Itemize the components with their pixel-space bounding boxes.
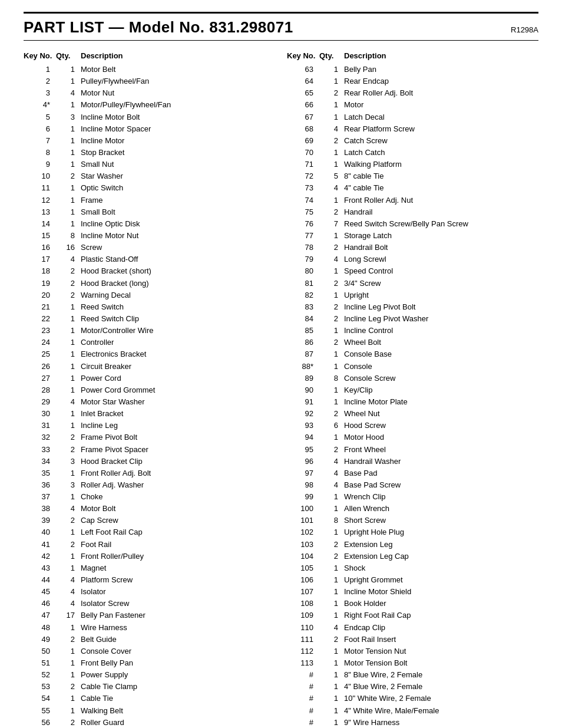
cell-qty: 4 xyxy=(56,574,81,586)
cell-desc: Wire Harness xyxy=(81,622,275,634)
cell-keyno: 66 xyxy=(287,99,319,111)
table-row: 79 4 Long Screwl xyxy=(287,253,538,265)
cell-desc: Walking Platform xyxy=(344,159,538,170)
cell-keyno: # xyxy=(287,669,319,681)
cell-keyno: 49 xyxy=(24,634,56,645)
parts-body: 1 1 Motor Belt 2 1 Pulley/Flywheel/Fan 3… xyxy=(24,64,538,728)
table-row: 26 1 Circuit Breaker xyxy=(24,361,275,373)
cell-qty: 1 xyxy=(319,669,344,681)
page-header: PART LIST — Model No. 831.298071 R1298A xyxy=(24,12,538,41)
cell-keyno: 16 xyxy=(24,242,56,253)
table-row: 95 2 Front Wheel xyxy=(287,444,538,456)
table-row: 37 1 Choke xyxy=(24,491,275,503)
cell-qty: 1 xyxy=(56,562,81,574)
cell-qty: 8 xyxy=(56,230,81,242)
table-row: 46 4 Isolator Screw xyxy=(24,598,275,610)
cell-qty: 2 xyxy=(319,313,344,325)
table-row: 52 1 Power Supply xyxy=(24,669,275,681)
table-row: 19 2 Hood Bracket (long) xyxy=(24,278,275,289)
cell-qty: 1 xyxy=(319,348,344,360)
table-row: 87 1 Console Base xyxy=(287,348,538,360)
cell-desc: Incline Leg xyxy=(81,420,275,431)
cell-keyno: 23 xyxy=(24,325,56,337)
cell-qty: 1 xyxy=(56,348,81,360)
cell-keyno: 98 xyxy=(287,479,319,491)
cell-qty: 1 xyxy=(56,195,81,206)
table-row: 106 1 Upright Grommet xyxy=(287,574,538,586)
cell-desc: Console xyxy=(344,361,538,373)
cell-keyno: 69 xyxy=(287,135,319,147)
table-row: 33 2 Frame Pivot Spacer xyxy=(24,444,275,456)
cell-keyno: 18 xyxy=(24,265,56,277)
cell-qty: 4 xyxy=(319,456,344,467)
cell-desc: 8" Blue Wire, 2 Female xyxy=(344,669,538,681)
cell-qty: 1 xyxy=(56,705,81,717)
model-ref: R1298A xyxy=(511,25,538,34)
cell-desc: Console Cover xyxy=(81,645,275,657)
cell-qty: 1 xyxy=(319,705,344,717)
table-row: 21 1 Reed Switch xyxy=(24,301,275,313)
cell-desc: Reed Switch xyxy=(81,301,275,313)
cell-qty: 1 xyxy=(319,265,344,277)
cell-desc: Long Screwl xyxy=(344,253,538,265)
cell-qty: 2 xyxy=(56,265,81,277)
cell-qty: 1 xyxy=(319,384,344,396)
cell-desc: Handrail Washer xyxy=(344,456,538,467)
cell-keyno: 22 xyxy=(24,313,56,325)
cell-qty: 1 xyxy=(56,182,81,194)
cell-qty: 1 xyxy=(56,325,81,337)
cell-qty: 1 xyxy=(56,147,81,159)
table-row: 45 4 Isolator xyxy=(24,586,275,598)
table-row: # 1 4" Blue Wire, 2 Female xyxy=(287,681,538,693)
cell-keyno: 80 xyxy=(287,265,319,277)
cell-qty: 1 xyxy=(56,99,81,111)
cell-desc: 4" White Wire, Male/Female xyxy=(344,705,538,717)
table-row: 88* 1 Console xyxy=(287,361,538,373)
cell-qty: 1 xyxy=(56,218,81,230)
cell-keyno: 76 xyxy=(287,218,319,230)
cell-desc: Incline Motor Nut xyxy=(81,230,275,242)
table-row: 13 1 Small Bolt xyxy=(24,206,275,218)
cell-qty: 2 xyxy=(56,278,81,289)
cell-keyno: # xyxy=(287,705,319,717)
cell-qty: 1 xyxy=(56,361,81,373)
table-row: 9 1 Small Nut xyxy=(24,159,275,170)
cell-keyno: 79 xyxy=(287,253,319,265)
cell-desc: Handrail xyxy=(344,206,538,218)
cell-keyno: 37 xyxy=(24,491,56,503)
cell-desc: Extension Leg xyxy=(344,539,538,551)
cell-desc: Rear Roller Adj. Bolt xyxy=(344,87,538,99)
table-row: 17 4 Plastic Stand-Off xyxy=(24,253,275,265)
table-row: 7 1 Incline Motor xyxy=(24,135,275,147)
table-row: 68 4 Rear Platform Screw xyxy=(287,123,538,135)
cell-keyno: 53 xyxy=(24,681,56,693)
cell-qty: 3 xyxy=(56,479,81,491)
cell-keyno: 95 xyxy=(287,444,319,456)
cell-keyno: 13 xyxy=(24,206,56,218)
table-row: 67 1 Latch Decal xyxy=(287,111,538,123)
cell-desc: Motor Tension Nut xyxy=(344,645,538,657)
cell-keyno: 106 xyxy=(287,574,319,586)
cell-desc: Small Nut xyxy=(81,159,275,170)
cell-qty: 2 xyxy=(56,170,81,182)
cell-qty: 8 xyxy=(319,373,344,384)
table-row: 102 1 Upright Hole Plug xyxy=(287,526,538,538)
table-row: 69 2 Catch Screw xyxy=(287,135,538,147)
cell-desc: Small Bolt xyxy=(81,206,275,218)
cell-desc: 3/4" Screw xyxy=(344,278,538,289)
cell-qty: 1 xyxy=(319,147,344,159)
table-row: 86 2 Wheel Bolt xyxy=(287,337,538,348)
cell-keyno: 46 xyxy=(24,598,56,610)
table-row: 109 1 Right Foot Rail Cap xyxy=(287,610,538,621)
cell-qty: 2 xyxy=(319,551,344,562)
cell-keyno: 42 xyxy=(24,551,56,562)
table-row: 111 2 Foot Rail Insert xyxy=(287,634,538,645)
cell-qty: 1 xyxy=(319,64,344,75)
cell-desc: Incline Leg Pivot Washer xyxy=(344,313,538,325)
cell-qty: 1 xyxy=(56,135,81,147)
cell-qty: 2 xyxy=(56,515,81,526)
cell-desc: 4" Blue Wire, 2 Female xyxy=(344,681,538,693)
table-row: 24 1 Controller xyxy=(24,337,275,348)
cell-keyno: 44 xyxy=(24,574,56,586)
table-row: 1 1 Motor Belt xyxy=(24,64,275,75)
